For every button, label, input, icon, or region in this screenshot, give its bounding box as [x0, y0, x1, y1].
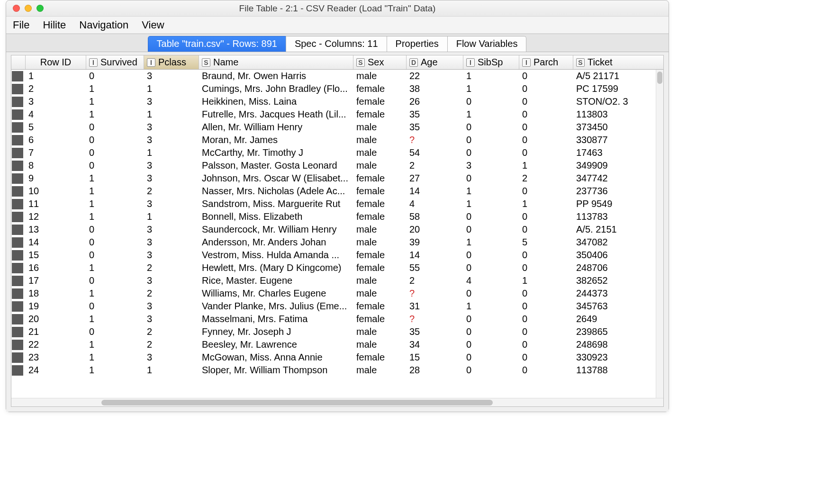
- tab-2[interactable]: Properties: [387, 36, 448, 52]
- cell-sibsp: 1: [463, 198, 519, 209]
- menu-item-view[interactable]: View: [142, 19, 164, 31]
- table-row[interactable]: 411Futrelle, Mrs. Jacques Heath (Lil...f…: [11, 108, 663, 121]
- hilite-cell[interactable]: [11, 276, 26, 286]
- tabbar-area: Table "train.csv" - Rows: 891Spec - Colu…: [6, 34, 669, 52]
- cell-name: Cumings, Mrs. John Bradley (Flo...: [199, 83, 353, 94]
- col-header-sibsp[interactable]: I SibSp: [463, 55, 519, 69]
- cell-survived: 1: [86, 288, 144, 299]
- cell-age: 14: [407, 186, 463, 197]
- cell-survived: 1: [86, 186, 144, 197]
- cell-parch: 0: [519, 339, 573, 350]
- hilite-cell[interactable]: [11, 225, 26, 235]
- col-header-survived[interactable]: I Survived: [86, 55, 144, 69]
- vertical-scrollbar[interactable]: [656, 70, 663, 398]
- cell-sibsp: 3: [463, 160, 519, 171]
- hilite-cell[interactable]: [11, 173, 26, 184]
- hilite-cell[interactable]: [11, 71, 26, 81]
- hilite-box-icon: [12, 314, 23, 324]
- table-row[interactable]: 1812Williams, Mr. Charles Eugenemale?002…: [11, 287, 663, 300]
- table-row[interactable]: 103Braund, Mr. Owen Harrismale2210A/5 21…: [11, 70, 663, 82]
- hilite-cell[interactable]: [11, 97, 26, 107]
- hilite-cell[interactable]: [11, 212, 26, 222]
- table-row[interactable]: 313Heikkinen, Miss. Lainafemale2600STON/…: [11, 95, 663, 108]
- col-header-parch[interactable]: I Parch: [519, 55, 573, 69]
- scrollbar-thumb[interactable]: [657, 72, 662, 84]
- table-row[interactable]: 1703Rice, Master. Eugenemale241382652: [11, 274, 663, 287]
- col-header-name[interactable]: S Name: [199, 55, 353, 69]
- col-header-pclass[interactable]: I Pclass: [144, 55, 199, 69]
- col-header-rowid[interactable]: Row ID: [26, 55, 86, 69]
- col-header-age[interactable]: D Age: [407, 55, 463, 69]
- hilite-cell[interactable]: [11, 135, 26, 145]
- table-row[interactable]: 2313McGowan, Miss. Anna Anniefemale15003…: [11, 351, 663, 364]
- col-header-ticket[interactable]: S Ticket: [573, 55, 641, 69]
- hilite-cell[interactable]: [11, 199, 26, 209]
- cell-parch: 2: [519, 173, 573, 184]
- hilite-cell[interactable]: [11, 263, 26, 273]
- menu-item-navigation[interactable]: Navigation: [79, 19, 128, 31]
- col-header-sex[interactable]: S Sex: [353, 55, 407, 69]
- hilite-cell[interactable]: [11, 148, 26, 158]
- cell-survived: 1: [86, 173, 144, 184]
- horizontal-scrollbar[interactable]: [11, 398, 663, 406]
- tab-1[interactable]: Spec - Columns: 11: [286, 36, 387, 52]
- table-row[interactable]: 1113Sandstrom, Miss. Marguerite Rutfemal…: [11, 198, 663, 210]
- table-row[interactable]: 1503Vestrom, Miss. Hulda Amanda ...femal…: [11, 249, 663, 261]
- col-header-label: SibSp: [478, 57, 503, 68]
- table-row[interactable]: 2013Masselmani, Mrs. Fatimafemale?002649: [11, 313, 663, 325]
- hilite-cell[interactable]: [11, 352, 26, 363]
- zoom-icon[interactable]: [36, 5, 44, 12]
- table-row[interactable]: 603Moran, Mr. Jamesmale?00330877: [11, 134, 663, 146]
- cell-sibsp: 0: [463, 339, 519, 350]
- cell-sibsp: 0: [463, 288, 519, 299]
- col-header-hilite[interactable]: [11, 55, 26, 69]
- table-row[interactable]: 1303Saundercock, Mr. William Henrymale20…: [11, 223, 663, 236]
- hilite-box-icon: [12, 97, 23, 107]
- hilite-cell[interactable]: [11, 84, 26, 94]
- table-row[interactable]: 1612Hewlett, Mrs. (Mary D Kingcome)femal…: [11, 261, 663, 274]
- hilite-cell[interactable]: [11, 288, 26, 299]
- hilite-cell[interactable]: [11, 250, 26, 261]
- cell-ticket: 345763: [573, 301, 641, 312]
- table-row[interactable]: 1211Bonnell, Miss. Elizabethfemale580011…: [11, 210, 663, 223]
- hilite-cell[interactable]: [11, 161, 26, 171]
- cell-ticket: 382652: [573, 275, 641, 286]
- cell-sibsp: 0: [463, 96, 519, 107]
- hilite-cell[interactable]: [11, 301, 26, 312]
- cell-survived: 0: [86, 224, 144, 235]
- table-row[interactable]: 2212Beesley, Mr. Lawrencemale3400248698: [11, 338, 663, 351]
- table-row[interactable]: 913Johnson, Mrs. Oscar W (Elisabet...fem…: [11, 172, 663, 185]
- hilite-cell[interactable]: [11, 365, 26, 376]
- table-row[interactable]: 701McCarthy, Mr. Timothy Jmale540017463: [11, 146, 663, 159]
- hilite-box-icon: [12, 109, 23, 120]
- cell-ticket: 330923: [573, 352, 641, 363]
- cell-pclass: 1: [144, 109, 199, 120]
- type-icon: D: [409, 58, 418, 67]
- hilite-cell[interactable]: [11, 340, 26, 350]
- cell-ticket: 239865: [573, 326, 641, 337]
- close-icon[interactable]: [13, 5, 20, 12]
- table-row[interactable]: 211Cumings, Mrs. John Bradley (Flo...fem…: [11, 82, 663, 95]
- tab-0[interactable]: Table "train.csv" - Rows: 891: [148, 36, 286, 52]
- hilite-cell[interactable]: [11, 186, 26, 197]
- table-row[interactable]: 2102Fynney, Mr. Joseph Jmale3500239865: [11, 325, 663, 338]
- menu-item-hilite[interactable]: Hilite: [43, 19, 66, 31]
- tab-3[interactable]: Flow Variables: [447, 36, 527, 52]
- table-row[interactable]: 1012Nasser, Mrs. Nicholas (Adele Ac...fe…: [11, 185, 663, 198]
- table-row[interactable]: 2411Sloper, Mr. William Thompsonmale2800…: [11, 364, 663, 377]
- table-row[interactable]: 1903Vander Planke, Mrs. Julius (Eme...fe…: [11, 300, 663, 313]
- menu-item-file[interactable]: File: [13, 19, 29, 31]
- hilite-box-icon: [12, 225, 23, 235]
- hilite-cell[interactable]: [11, 109, 26, 120]
- scrollbar-thumb[interactable]: [101, 400, 493, 405]
- minimize-icon[interactable]: [25, 5, 32, 12]
- hilite-cell[interactable]: [11, 237, 26, 248]
- table-row[interactable]: 1403Andersson, Mr. Anders Johanmale39153…: [11, 236, 663, 249]
- hilite-cell[interactable]: [11, 314, 26, 324]
- hilite-cell[interactable]: [11, 327, 26, 337]
- table-row[interactable]: 803Palsson, Master. Gosta Leonardmale231…: [11, 159, 663, 172]
- hilite-cell[interactable]: [11, 122, 26, 133]
- cell-sibsp: 0: [463, 211, 519, 222]
- table-row[interactable]: 503Allen, Mr. William Henrymale350037345…: [11, 121, 663, 134]
- cell-name: Beesley, Mr. Lawrence: [199, 339, 353, 350]
